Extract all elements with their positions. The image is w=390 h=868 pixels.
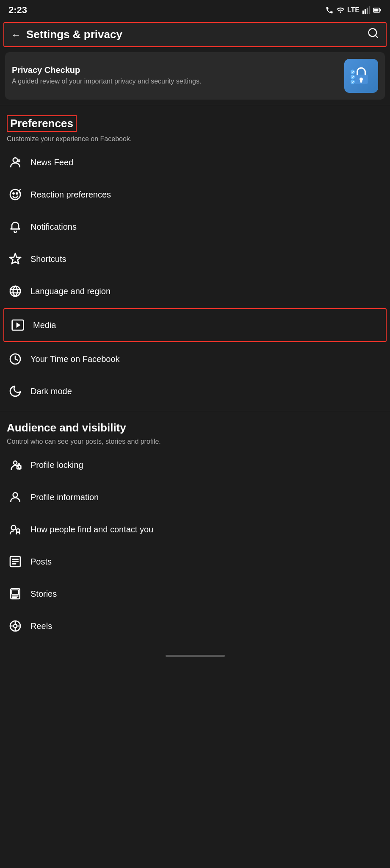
phone-icon xyxy=(325,6,334,14)
svg-rect-2 xyxy=(367,8,368,14)
menu-item-your-time[interactable]: Your Time on Facebook xyxy=(0,343,390,375)
profile-info-icon xyxy=(7,489,24,506)
menu-item-profile-information[interactable]: Profile information xyxy=(0,481,390,513)
svg-point-17 xyxy=(13,193,14,194)
menu-item-news-feed[interactable]: News Feed xyxy=(0,146,390,178)
posts-label: Posts xyxy=(30,557,52,567)
your-time-label: Your Time on Facebook xyxy=(30,354,120,364)
stories-label: Stories xyxy=(30,589,57,599)
time-icon xyxy=(7,351,24,367)
preferences-subtitle: Customize your experience on Facebook. xyxy=(0,135,390,146)
status-icons: LTE xyxy=(325,6,382,14)
divider-1 xyxy=(0,105,390,105)
menu-item-profile-locking[interactable]: Profile locking xyxy=(0,449,390,481)
svg-rect-35 xyxy=(12,590,19,595)
lte-icon: LTE xyxy=(347,6,360,14)
shortcuts-icon xyxy=(7,250,24,267)
preferences-title: Preferences xyxy=(7,115,77,132)
menu-item-stories[interactable]: Stories xyxy=(0,578,390,610)
media-icon xyxy=(9,317,26,334)
how-people-find-label: How people find and contact you xyxy=(30,525,153,534)
audience-visibility-section: Audience and visibility Control who can … xyxy=(0,415,390,642)
stories-icon xyxy=(7,585,24,602)
header-title: Settings & privacy xyxy=(26,28,122,41)
news-feed-label: News Feed xyxy=(30,158,73,167)
menu-item-media[interactable]: Media xyxy=(3,308,387,342)
svg-rect-11 xyxy=(360,80,362,82)
media-label: Media xyxy=(33,320,56,330)
bottom-bar xyxy=(0,649,390,662)
menu-item-reaction-preferences[interactable]: Reaction preferences xyxy=(0,178,390,211)
menu-item-language-region[interactable]: Language and region xyxy=(0,275,390,307)
privacy-card-title: Privacy Checkup xyxy=(12,65,201,75)
audience-list: Profile locking Profile information xyxy=(0,449,390,642)
profile-information-label: Profile information xyxy=(30,492,99,502)
signal-icon xyxy=(362,6,371,14)
privacy-card-icon xyxy=(344,59,378,93)
svg-point-28 xyxy=(11,526,16,530)
menu-item-shortcuts[interactable]: Shortcuts xyxy=(0,243,390,275)
profile-locking-label: Profile locking xyxy=(30,460,83,470)
notifications-icon xyxy=(7,218,24,235)
news-feed-icon xyxy=(7,154,24,171)
preferences-list: News Feed Reaction preferences Notificat… xyxy=(0,146,390,407)
menu-item-dark-mode[interactable]: Dark mode xyxy=(0,375,390,407)
svg-point-15 xyxy=(13,158,18,162)
svg-rect-0 xyxy=(362,11,364,14)
reaction-preferences-label: Reaction preferences xyxy=(30,190,111,200)
svg-rect-3 xyxy=(369,6,370,14)
menu-item-reels[interactable]: Reels xyxy=(0,610,390,642)
audience-title: Audience and visibility xyxy=(7,421,383,434)
language-region-label: Language and region xyxy=(30,287,111,296)
find-contact-icon xyxy=(7,521,24,538)
privacy-checkup-card[interactable]: Privacy Checkup A guided review of your … xyxy=(5,52,385,100)
reels-label: Reels xyxy=(30,621,52,631)
svg-point-27 xyxy=(13,492,18,497)
privacy-card-description: A guided review of your important privac… xyxy=(12,77,201,86)
wifi-icon xyxy=(336,6,345,14)
status-time: 2:23 xyxy=(8,5,27,16)
dark-mode-label: Dark mode xyxy=(30,387,72,396)
search-icon[interactable] xyxy=(367,27,379,42)
privacy-card-text: Privacy Checkup A guided review of your … xyxy=(12,65,201,86)
svg-rect-1 xyxy=(365,9,366,14)
svg-rect-5 xyxy=(380,9,381,11)
dark-mode-icon xyxy=(7,383,24,400)
audience-subtitle: Control who can see your posts, stories … xyxy=(0,438,390,449)
reels-icon xyxy=(7,618,24,634)
reaction-icon xyxy=(7,186,24,203)
settings-header[interactable]: ← Settings & privacy xyxy=(3,22,387,47)
home-indicator xyxy=(166,655,225,657)
svg-marker-23 xyxy=(17,323,20,328)
back-button[interactable]: ← xyxy=(11,29,21,41)
svg-point-25 xyxy=(14,461,17,465)
menu-item-posts[interactable]: Posts xyxy=(0,545,390,578)
language-icon xyxy=(7,283,24,300)
svg-rect-6 xyxy=(374,9,379,12)
svg-line-8 xyxy=(375,35,377,37)
header-left: ← Settings & privacy xyxy=(11,28,122,41)
profile-lock-icon xyxy=(7,456,24,473)
svg-point-18 xyxy=(16,193,17,194)
audience-section-header: Audience and visibility xyxy=(0,415,390,438)
preferences-section-header: Preferences xyxy=(0,108,390,135)
status-bar: 2:23 LTE xyxy=(0,0,390,20)
posts-icon xyxy=(7,553,24,570)
divider-2 xyxy=(0,411,390,411)
notifications-label: Notifications xyxy=(30,222,77,232)
svg-point-19 xyxy=(10,286,20,296)
battery-icon xyxy=(373,6,382,14)
shortcuts-label: Shortcuts xyxy=(30,254,66,264)
menu-item-notifications[interactable]: Notifications xyxy=(0,211,390,243)
menu-item-how-people-find[interactable]: How people find and contact you xyxy=(0,513,390,545)
